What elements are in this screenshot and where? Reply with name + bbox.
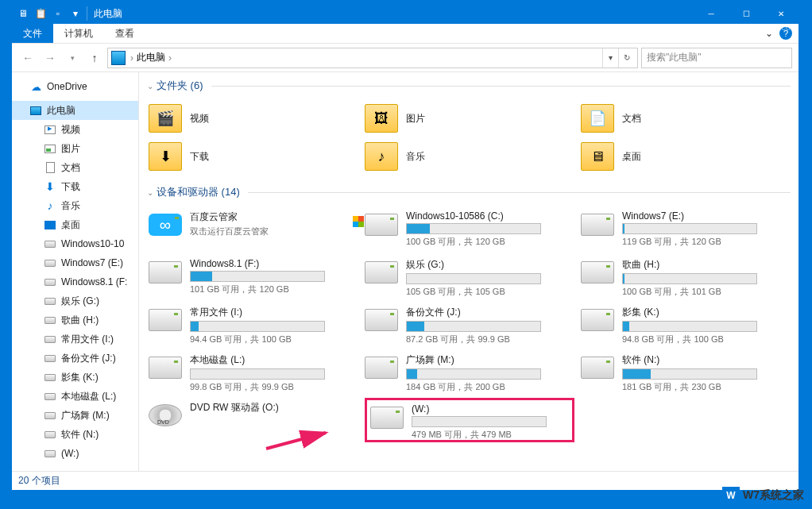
pc-icon bbox=[29, 104, 42, 117]
body: ☁ OneDrive 此电脑 视频图片文档⬇下载♪音乐桌面Windows10-1… bbox=[12, 72, 798, 471]
sidebar-item[interactable]: (W:) bbox=[12, 444, 138, 463]
chevron-right-icon[interactable]: › bbox=[168, 52, 172, 64]
explorer-window: 🖥 📋 ▫ ▾ 此电脑 ─ ☐ ✕ 文件 计算机 查看 ⌄ ? ← → ▾ ↑ … bbox=[11, 2, 799, 491]
back-button[interactable]: ← bbox=[18, 48, 37, 67]
ribbon-tab-view[interactable]: 查看 bbox=[104, 24, 145, 43]
capacity-bar bbox=[412, 416, 547, 427]
folder-label: 文档 bbox=[622, 112, 641, 125]
ribbon-tab-file[interactable]: 文件 bbox=[12, 24, 53, 43]
qat-dropdown-icon[interactable]: ▾ bbox=[68, 6, 83, 21]
drive-item[interactable]: Windows10-10586 (C:)100 GB 可用，共 120 GB bbox=[365, 207, 574, 252]
close-button[interactable]: ✕ bbox=[764, 3, 798, 24]
folder-item[interactable]: ♪音乐 bbox=[365, 139, 574, 174]
drive-item[interactable]: Windows7 (E:)119 GB 可用，共 120 GB bbox=[581, 207, 791, 252]
sidebar-item[interactable]: 文档 bbox=[12, 158, 138, 177]
sidebar-item[interactable]: 软件 (N:) bbox=[12, 425, 138, 444]
group-folders-header[interactable]: ⌄ 文件夹 (6) bbox=[145, 75, 791, 96]
new-folder-icon[interactable]: ▫ bbox=[50, 6, 66, 21]
drive-item-highlighted[interactable]: (W:)479 MB 可用，共 479 MB bbox=[365, 398, 574, 442]
sidebar-item[interactable]: 本地磁盘 (L:) bbox=[12, 387, 138, 406]
sidebar-item[interactable]: 视频 bbox=[12, 120, 138, 139]
chevron-right-icon[interactable]: › bbox=[130, 52, 133, 64]
folder-item[interactable]: ⬇下载 bbox=[149, 139, 358, 174]
capacity-bar bbox=[622, 223, 757, 234]
drive-item[interactable]: 本地磁盘 (L:)99.8 GB 可用，共 99.9 GB bbox=[149, 350, 358, 395]
folder-label: 下载 bbox=[190, 150, 209, 164]
drive-title: Windows10-10586 (C:) bbox=[406, 210, 574, 222]
sidebar-item[interactable]: ⬇下载 bbox=[12, 177, 138, 196]
drive-item[interactable]: 影集 (K:)94.8 GB 可用，共 100 GB bbox=[581, 303, 791, 347]
drive-item[interactable]: ∞百度云管家双击运行百度云管家 bbox=[149, 207, 358, 252]
drive-item[interactable]: 歌曲 (H:)100 GB 可用，共 101 GB bbox=[581, 255, 791, 299]
group-devices-header[interactable]: ⌄ 设备和驱动器 (14) bbox=[145, 182, 791, 202]
sidebar-item[interactable]: 桌面 bbox=[12, 215, 138, 234]
folder-item[interactable]: 🖼图片 bbox=[365, 101, 574, 136]
address-dropdown-icon[interactable]: ▾ bbox=[602, 48, 618, 67]
folder-icon: ♪ bbox=[365, 142, 398, 171]
forward-button[interactable]: → bbox=[41, 48, 60, 67]
drive-item[interactable]: 软件 (N:)181 GB 可用，共 230 GB bbox=[581, 350, 791, 395]
sidebar-onedrive[interactable]: ☁ OneDrive bbox=[12, 77, 138, 96]
address-bar[interactable]: › 此电脑 › ▾ ↻ bbox=[107, 48, 638, 68]
sidebar-item-label: 软件 (N:) bbox=[61, 428, 99, 442]
drive-item[interactable]: Windows8.1 (F:)101 GB 可用，共 120 GB bbox=[149, 255, 358, 299]
capacity-bar bbox=[406, 273, 541, 284]
sidebar-item[interactable]: 图片 bbox=[12, 139, 138, 158]
drive-title: 备份文件 (J:) bbox=[406, 306, 574, 319]
video-icon bbox=[44, 123, 56, 136]
sidebar-item-label: (W:) bbox=[61, 448, 79, 459]
drive-icon bbox=[44, 295, 56, 307]
sidebar-item[interactable]: 备份文件 (J:) bbox=[12, 349, 138, 368]
capacity-bar bbox=[622, 368, 757, 380]
system-icon[interactable]: 🖥 bbox=[15, 6, 31, 21]
drive-item[interactable]: DVD RW 驱动器 (O:) bbox=[149, 398, 358, 442]
sidebar-item[interactable]: 歌曲 (H:) bbox=[12, 310, 138, 330]
group-title: 文件夹 (6) bbox=[157, 79, 203, 93]
sidebar-item[interactable]: 娱乐 (G:) bbox=[12, 291, 138, 310]
drive-icon bbox=[581, 261, 614, 283]
drive-icon bbox=[370, 407, 404, 429]
drive-stats: 119 GB 可用，共 120 GB bbox=[622, 236, 791, 248]
ribbon-tabs: 文件 计算机 查看 ⌄ ? bbox=[12, 24, 798, 44]
download-icon: ⬇ bbox=[44, 180, 56, 193]
folder-item[interactable]: 🎬视频 bbox=[149, 101, 358, 136]
drive-item[interactable]: 广场舞 (M:)184 GB 可用，共 200 GB bbox=[365, 350, 574, 395]
drive-item[interactable]: 常用文件 (I:)94.4 GB 可用，共 100 GB bbox=[149, 303, 358, 347]
properties-icon[interactable]: 📋 bbox=[33, 6, 48, 21]
drive-title: 常用文件 (I:) bbox=[190, 306, 358, 319]
doc-icon bbox=[44, 161, 56, 174]
sidebar-item[interactable]: 广场舞 (M:) bbox=[12, 406, 138, 425]
breadcrumb-root[interactable]: 此电脑 bbox=[137, 51, 165, 64]
ribbon-tab-computer[interactable]: 计算机 bbox=[53, 24, 104, 43]
minimize-button[interactable]: ─ bbox=[694, 3, 729, 24]
folder-item[interactable]: 🖥桌面 bbox=[581, 139, 791, 174]
logo-icon: W bbox=[722, 487, 740, 504]
search-input[interactable]: 搜索"此电脑" bbox=[641, 48, 792, 68]
maximize-button[interactable]: ☐ bbox=[729, 3, 764, 24]
sidebar-item[interactable]: Windows8.1 (F: bbox=[12, 272, 138, 291]
content-area[interactable]: ⌄ 文件夹 (6) 🎬视频🖼图片📄文档⬇下载♪音乐🖥桌面 ⌄ 设备和驱动器 (1… bbox=[139, 72, 798, 471]
recent-dropdown-icon[interactable]: ▾ bbox=[63, 48, 82, 67]
sidebar-item[interactable]: 影集 (K:) bbox=[12, 368, 138, 387]
drive-item[interactable]: 娱乐 (G:)105 GB 可用，共 105 GB bbox=[365, 255, 574, 299]
drive-title: 影集 (K:) bbox=[622, 306, 791, 319]
chevron-down-icon: ⌄ bbox=[147, 188, 153, 197]
navigation-pane[interactable]: ☁ OneDrive 此电脑 视频图片文档⬇下载♪音乐桌面Windows10-1… bbox=[12, 72, 139, 471]
sidebar-item[interactable]: ♪音乐 bbox=[12, 196, 138, 215]
sidebar-item[interactable]: 常用文件 (I:) bbox=[12, 330, 138, 349]
pc-icon bbox=[111, 51, 126, 65]
folder-item[interactable]: 📄文档 bbox=[581, 101, 791, 136]
drive-item[interactable]: 备份文件 (J:)87.2 GB 可用，共 99.9 GB bbox=[365, 303, 574, 347]
sidebar-item-label: 歌曲 (H:) bbox=[61, 314, 99, 327]
sidebar-item[interactable]: Windows7 (E:) bbox=[12, 253, 138, 272]
sidebar-item-label: 广场舞 (M:) bbox=[61, 409, 110, 422]
up-button[interactable]: ↑ bbox=[85, 48, 104, 67]
status-bar: 20 个项目 bbox=[12, 471, 798, 490]
refresh-button[interactable]: ↻ bbox=[618, 48, 634, 67]
drive-icon bbox=[44, 314, 56, 326]
sidebar-thispc[interactable]: 此电脑 bbox=[12, 101, 138, 120]
drive-title: 广场舞 (M:) bbox=[406, 353, 574, 367]
sidebar-item[interactable]: Windows10-10 bbox=[12, 234, 138, 253]
folder-label: 音乐 bbox=[406, 150, 425, 164]
drive-stats: 94.8 GB 可用，共 100 GB bbox=[622, 334, 791, 345]
